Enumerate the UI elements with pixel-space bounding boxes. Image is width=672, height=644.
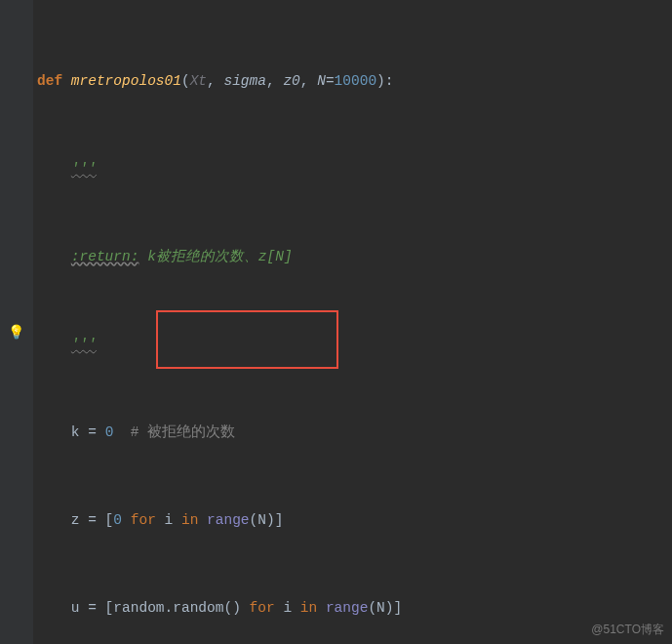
code-area[interactable]: def mretropolos01(Xt, sigma, z0, N=10000… xyxy=(33,0,672,644)
docstring-open: ''' xyxy=(71,161,97,177)
comment: # 被拒绝的次数 xyxy=(113,424,235,440)
param-xt: Xt xyxy=(190,73,207,89)
param-sigma: sigma xyxy=(223,73,266,89)
param-z0: z0 xyxy=(283,73,299,89)
code-editor[interactable]: 💡 def mretropolos01(Xt, sigma, z0, N=100… xyxy=(0,0,672,644)
docstring-close: ''' xyxy=(71,337,97,352)
param-n: N xyxy=(317,73,326,89)
gutter: 💡 xyxy=(0,0,33,644)
docstring-return-tag: :return: xyxy=(71,249,139,264)
lightbulb-icon[interactable]: 💡 xyxy=(8,324,24,341)
docstring-return-text: k被拒绝的次数、z[N] xyxy=(138,249,292,264)
keyword-def: def xyxy=(37,73,62,89)
function-name: mretropolos01 xyxy=(71,73,181,89)
watermark: @51CTO博客 xyxy=(591,622,664,638)
